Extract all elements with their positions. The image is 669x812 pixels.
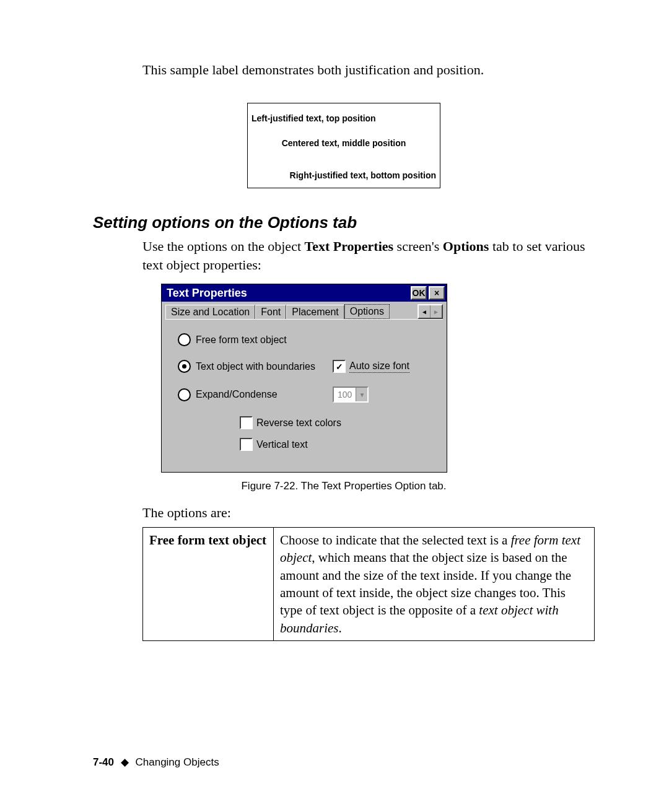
dialog-titlebar: Text Properties OK × [162,284,447,302]
section-body-b1: Text Properties [305,238,394,254]
diamond-icon: ◆ [121,756,129,768]
checkbox-auto-size-font[interactable]: ✓ [333,360,346,373]
label-auto-size-font: Auto size font [349,360,409,373]
radio-free-form[interactable] [178,333,191,346]
section-body: Use the options on the object Text Prope… [142,237,595,274]
tab-scroll-left-icon[interactable]: ◄ [419,305,430,318]
options-table: Free form text object Choose to indicate… [142,527,595,641]
option-description: Choose to indicate that the selected tex… [274,528,595,641]
ok-button[interactable]: OK [411,286,427,300]
dialog-title: Text Properties [167,287,247,300]
sample-center: Centered text, middle position [248,138,440,148]
section-body-mid: screen's [393,238,443,254]
checkbox-vertical-text[interactable] [240,438,253,451]
radio-with-boundaries[interactable] [178,360,191,373]
chapter-title: Changing Objects [136,756,219,768]
close-button[interactable]: × [429,286,445,300]
sample-label-box: Left-justified text, top position Center… [247,103,440,188]
table-row: Free form text object Choose to indicate… [143,528,595,641]
section-heading: Setting options on the Options tab [93,213,595,232]
page-number: 7-40 [93,756,114,768]
desc-pre: Choose to indicate that the selected tex… [280,533,511,548]
sample-left: Left-justified text, top position [248,113,440,123]
options-intro: The options are: [142,504,595,522]
option-term: Free form text object [143,528,274,641]
section-body-b2: Options [443,238,489,254]
label-expand-condense: Expand/Condense [196,389,278,400]
options-panel: Free form text object Text object with b… [165,319,443,467]
label-free-form: Free form text object [196,334,287,346]
tab-strip: Size and Location Font Placement Options… [162,302,447,319]
radio-expand-condense[interactable] [178,388,191,401]
checkbox-reverse-colors[interactable] [240,416,253,429]
section-body-pre: Use the options on the object [142,238,305,254]
chevron-down-icon[interactable]: ▼ [356,388,367,401]
label-reverse-colors: Reverse text colors [256,417,341,429]
desc-post: . [339,621,342,635]
sample-right: Right-justified text, bottom position [248,170,440,180]
intro-text: This sample label demonstrates both just… [142,62,595,78]
tab-scroll-right-icon[interactable]: ► [431,305,442,318]
expand-condense-value: 100 [334,390,356,399]
label-vertical-text: Vertical text [256,439,308,450]
tab-font[interactable]: Font [255,305,286,319]
tab-options[interactable]: Options [344,304,390,319]
figure-caption: Figure 7-22. The Text Properties Option … [93,480,595,492]
text-properties-dialog: Text Properties OK × Size and Location F… [161,284,447,473]
label-with-boundaries: Text object with boundaries [196,361,315,372]
tab-placement[interactable]: Placement [286,305,344,319]
page-footer: 7-40 ◆ Changing Objects [93,756,219,769]
expand-condense-combo[interactable]: 100 ▼ [333,386,369,403]
tab-scroll: ◄ ► [418,304,443,319]
tab-size-and-location[interactable]: Size and Location [165,305,255,319]
